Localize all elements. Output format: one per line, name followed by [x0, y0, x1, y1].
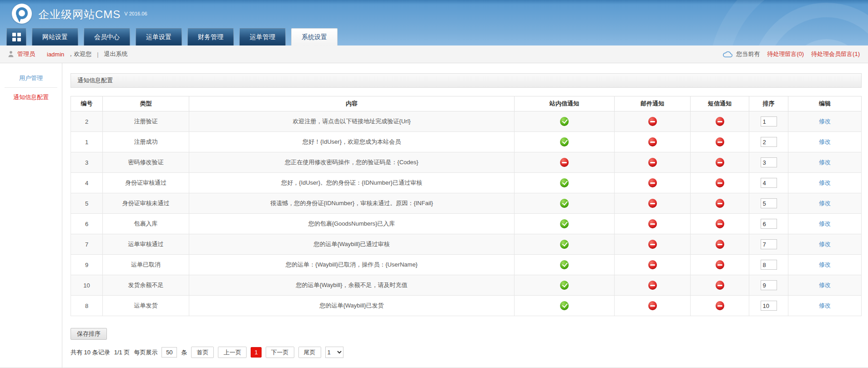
main-nav: 网站设置会员中心运单设置财务管理运单管理系统设置	[6, 28, 338, 45]
cell-content: 您好，{IdUser}。您的身份证：{IDNumber}已通过审核	[189, 173, 515, 193]
disabled-icon[interactable]	[648, 117, 657, 126]
disabled-icon[interactable]	[716, 199, 724, 208]
nav-tab-5[interactable]: 运单管理	[239, 28, 286, 45]
cell-edit: 修改	[788, 255, 862, 275]
disabled-icon[interactable]	[716, 178, 724, 187]
cell-sms-notify	[691, 275, 749, 296]
cell-edit: 修改	[788, 234, 862, 255]
enabled-icon[interactable]	[560, 281, 569, 290]
cell-sort	[749, 255, 788, 275]
sort-input[interactable]	[761, 137, 777, 147]
nav-tab-3[interactable]: 运单设置	[136, 28, 182, 45]
edit-link[interactable]: 修改	[819, 200, 831, 207]
per-page-input[interactable]	[161, 347, 177, 358]
cell-email-notify	[615, 173, 691, 193]
nav-tab-2[interactable]: 会员中心	[84, 28, 130, 45]
next-page-button[interactable]: 下一页	[266, 347, 294, 358]
cell-id: 5	[71, 193, 103, 214]
enabled-icon[interactable]	[560, 240, 569, 249]
cell-sms-notify	[691, 193, 749, 214]
app-logo-icon	[12, 4, 32, 24]
table-row: 6包裹入库您的包裹{GoodsNumbers}已入库修改	[71, 214, 862, 234]
nav-tab-6[interactable]: 系统设置	[291, 28, 338, 45]
disabled-icon[interactable]	[648, 158, 657, 167]
cell-site-notify	[515, 132, 615, 152]
pending-messages-link[interactable]: 待处理留言(0)	[767, 50, 804, 58]
disabled-icon[interactable]	[560, 158, 569, 167]
disabled-icon[interactable]	[648, 240, 657, 249]
cell-type: 运单已取消	[103, 255, 189, 275]
last-page-button[interactable]: 尾页	[298, 347, 321, 358]
cell-content: 您的包裹{GoodsNumbers}已入库	[189, 214, 515, 234]
disabled-icon[interactable]	[648, 137, 657, 146]
disabled-icon[interactable]	[648, 281, 657, 290]
disabled-icon[interactable]	[716, 301, 724, 310]
nav-home-grid-tab[interactable]	[6, 28, 26, 45]
edit-link[interactable]: 修改	[819, 138, 831, 145]
sort-input[interactable]	[761, 178, 777, 188]
current-page-badge[interactable]: 1	[251, 347, 261, 358]
edit-link[interactable]: 修改	[819, 261, 831, 268]
disabled-icon[interactable]	[716, 240, 724, 249]
user-role: 管理员	[17, 50, 35, 58]
edit-link[interactable]: 修改	[819, 302, 831, 309]
app-title: 企业级网站CMS	[38, 7, 121, 22]
disabled-icon[interactable]	[716, 158, 724, 167]
disabled-icon[interactable]	[648, 301, 657, 310]
sort-input[interactable]	[761, 219, 777, 229]
sidebar-item-2[interactable]: 通知信息配置	[0, 89, 62, 106]
enabled-icon[interactable]	[560, 301, 569, 310]
cell-type: 包裹入库	[103, 214, 189, 234]
cell-id: 3	[71, 152, 103, 173]
edit-link[interactable]: 修改	[819, 118, 831, 125]
cell-email-notify	[615, 193, 691, 214]
disabled-icon[interactable]	[716, 137, 724, 146]
sort-input[interactable]	[761, 116, 777, 126]
enabled-icon[interactable]	[560, 260, 569, 269]
disabled-icon[interactable]	[716, 219, 724, 228]
cell-type: 注册成功	[103, 132, 189, 152]
enabled-icon[interactable]	[560, 117, 569, 126]
disabled-icon[interactable]	[716, 281, 724, 290]
sidebar-item-1[interactable]: 用户管理	[0, 70, 62, 86]
disabled-icon[interactable]	[648, 199, 657, 208]
table-row: 1注册成功您好！{IdUser}，欢迎您成为本站会员修改	[71, 132, 862, 152]
disabled-icon[interactable]	[648, 178, 657, 187]
cell-content: 您的运单：{Waybill}已取消，操作员：{UserName}	[189, 255, 515, 275]
header-decor-circle	[708, 0, 868, 45]
cell-type: 身份证审核通过	[103, 173, 189, 193]
enabled-icon[interactable]	[560, 178, 569, 187]
prev-page-button[interactable]: 上一页	[218, 347, 247, 358]
cell-sort	[749, 111, 788, 132]
disabled-icon[interactable]	[716, 117, 724, 126]
sort-input[interactable]	[761, 198, 777, 208]
first-page-button[interactable]: 首页	[191, 347, 214, 358]
enabled-icon[interactable]	[560, 137, 569, 146]
edit-link[interactable]: 修改	[819, 282, 831, 288]
sort-input[interactable]	[761, 260, 777, 270]
user-icon	[8, 51, 14, 57]
enabled-icon[interactable]	[560, 199, 569, 208]
sort-input[interactable]	[761, 301, 777, 311]
edit-link[interactable]: 修改	[819, 159, 831, 166]
nav-tab-1[interactable]: 网站设置	[32, 28, 78, 45]
pending-member-messages-link[interactable]: 待处理会员留言(1)	[811, 50, 860, 58]
cell-site-notify	[515, 234, 615, 255]
page-jump-select[interactable]: 1	[325, 347, 343, 358]
edit-link[interactable]: 修改	[819, 241, 831, 247]
cell-edit: 修改	[788, 275, 862, 296]
save-sort-button[interactable]: 保存排序	[71, 328, 107, 340]
nav-tab-4[interactable]: 财务管理	[187, 28, 234, 45]
enabled-icon[interactable]	[560, 219, 569, 228]
sort-input[interactable]	[761, 280, 777, 290]
disabled-icon[interactable]	[648, 260, 657, 269]
edit-link[interactable]: 修改	[819, 179, 831, 186]
logout-link[interactable]: 退出系统	[104, 50, 128, 58]
disabled-icon[interactable]	[716, 260, 724, 269]
edit-link[interactable]: 修改	[819, 220, 831, 227]
sort-input[interactable]	[761, 157, 777, 167]
sort-input[interactable]	[761, 239, 777, 249]
cell-sort	[749, 132, 788, 152]
disabled-icon[interactable]	[648, 219, 657, 228]
page-indicator-text: 1/1 页	[114, 348, 130, 357]
